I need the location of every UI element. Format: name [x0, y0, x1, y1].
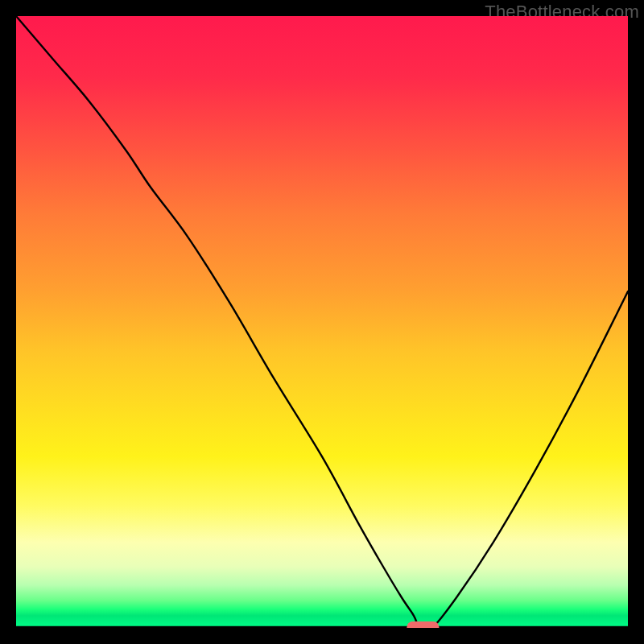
optimal-marker	[407, 621, 439, 628]
plot-area	[16, 16, 628, 628]
plot-svg	[16, 16, 628, 628]
bottleneck-curve	[16, 16, 628, 628]
chart-frame: TheBottleneck.com	[0, 0, 644, 644]
